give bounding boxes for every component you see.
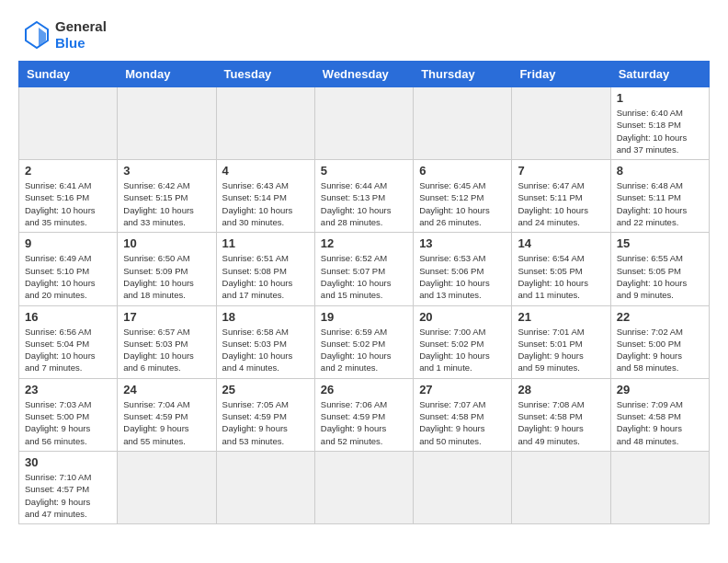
day-info: Sunrise: 6:58 AM Sunset: 5:03 PM Dayligh… <box>222 326 309 374</box>
calendar-cell: 6Sunrise: 6:45 AM Sunset: 5:12 PM Daylig… <box>414 160 512 233</box>
calendar-row: 23Sunrise: 7:03 AM Sunset: 5:00 PM Dayli… <box>19 378 710 451</box>
calendar-cell <box>414 451 512 523</box>
calendar-cell: 27Sunrise: 7:07 AM Sunset: 4:58 PM Dayli… <box>414 378 512 451</box>
day-info: Sunrise: 7:00 AM Sunset: 5:02 PM Dayligh… <box>419 326 506 374</box>
weekday-header-monday: Monday <box>118 62 216 87</box>
day-info: Sunrise: 6:51 AM Sunset: 5:08 PM Dayligh… <box>222 252 309 301</box>
day-number: 9 <box>25 236 111 250</box>
weekday-header-wednesday: Wednesday <box>314 62 413 87</box>
calendar-cell <box>512 451 610 523</box>
calendar-cell <box>118 451 216 523</box>
page-header: GeneralBlue <box>18 18 710 52</box>
calendar-cell <box>216 451 314 523</box>
day-number: 17 <box>123 310 210 324</box>
calendar-cell: 19Sunrise: 6:59 AM Sunset: 5:02 PM Dayli… <box>314 305 413 378</box>
day-number: 25 <box>222 383 309 396</box>
calendar-cell: 7Sunrise: 6:47 AM Sunset: 5:11 PM Daylig… <box>512 160 610 233</box>
logo-icon <box>18 18 51 52</box>
day-number: 10 <box>123 236 210 250</box>
calendar-cell: 25Sunrise: 7:05 AM Sunset: 4:59 PM Dayli… <box>216 378 314 451</box>
calendar-cell: 12Sunrise: 6:52 AM Sunset: 5:07 PM Dayli… <box>314 233 413 305</box>
weekday-header-friday: Friday <box>512 62 610 87</box>
day-number: 21 <box>518 310 604 324</box>
day-number: 16 <box>25 310 111 324</box>
day-number: 26 <box>321 383 407 396</box>
calendar-cell: 22Sunrise: 7:02 AM Sunset: 5:00 PM Dayli… <box>610 305 709 378</box>
day-number: 30 <box>25 455 111 469</box>
day-info: Sunrise: 6:42 AM Sunset: 5:15 PM Dayligh… <box>123 179 210 228</box>
day-number: 23 <box>25 383 111 396</box>
day-info: Sunrise: 6:43 AM Sunset: 5:14 PM Dayligh… <box>222 179 309 228</box>
day-info: Sunrise: 7:01 AM Sunset: 5:01 PM Dayligh… <box>518 326 604 374</box>
calendar-cell: 23Sunrise: 7:03 AM Sunset: 5:00 PM Dayli… <box>19 378 118 451</box>
calendar-row: 2Sunrise: 6:41 AM Sunset: 5:16 PM Daylig… <box>19 160 710 233</box>
day-info: Sunrise: 6:50 AM Sunset: 5:09 PM Dayligh… <box>123 252 210 301</box>
calendar-cell <box>314 451 413 523</box>
day-info: Sunrise: 6:53 AM Sunset: 5:06 PM Dayligh… <box>419 252 506 301</box>
day-number: 19 <box>321 310 407 324</box>
day-number: 20 <box>419 310 506 324</box>
calendar-cell: 11Sunrise: 6:51 AM Sunset: 5:08 PM Dayli… <box>216 233 314 305</box>
logo-text: GeneralBlue <box>55 18 107 52</box>
day-number: 27 <box>419 383 506 396</box>
weekday-header-tuesday: Tuesday <box>216 62 314 87</box>
day-number: 8 <box>617 164 703 178</box>
calendar-cell <box>314 87 413 160</box>
day-number: 15 <box>617 236 703 250</box>
day-number: 4 <box>222 164 309 178</box>
day-info: Sunrise: 7:10 AM Sunset: 4:57 PM Dayligh… <box>25 471 111 520</box>
logo-graphic: GeneralBlue <box>18 18 107 52</box>
logo: GeneralBlue <box>18 18 107 52</box>
day-info: Sunrise: 6:49 AM Sunset: 5:10 PM Dayligh… <box>25 252 111 301</box>
day-number: 13 <box>419 236 506 250</box>
calendar-cell: 10Sunrise: 6:50 AM Sunset: 5:09 PM Dayli… <box>118 233 216 305</box>
day-info: Sunrise: 7:06 AM Sunset: 4:59 PM Dayligh… <box>321 398 407 447</box>
weekday-header-saturday: Saturday <box>610 62 709 87</box>
day-number: 29 <box>617 383 703 396</box>
day-number: 24 <box>123 383 210 396</box>
calendar-cell <box>512 87 610 160</box>
calendar-cell: 8Sunrise: 6:48 AM Sunset: 5:11 PM Daylig… <box>610 160 709 233</box>
day-info: Sunrise: 6:52 AM Sunset: 5:07 PM Dayligh… <box>321 252 407 301</box>
day-info: Sunrise: 7:08 AM Sunset: 4:58 PM Dayligh… <box>518 398 604 447</box>
calendar-cell: 4Sunrise: 6:43 AM Sunset: 5:14 PM Daylig… <box>216 160 314 233</box>
weekday-header-row: SundayMondayTuesdayWednesdayThursdayFrid… <box>19 62 710 87</box>
day-info: Sunrise: 6:56 AM Sunset: 5:04 PM Dayligh… <box>25 326 111 374</box>
day-info: Sunrise: 6:57 AM Sunset: 5:03 PM Dayligh… <box>123 326 210 374</box>
day-info: Sunrise: 6:54 AM Sunset: 5:05 PM Dayligh… <box>518 252 604 301</box>
calendar-cell: 28Sunrise: 7:08 AM Sunset: 4:58 PM Dayli… <box>512 378 610 451</box>
day-info: Sunrise: 6:47 AM Sunset: 5:11 PM Dayligh… <box>518 179 604 228</box>
day-info: Sunrise: 6:55 AM Sunset: 5:05 PM Dayligh… <box>617 252 703 301</box>
calendar-cell: 3Sunrise: 6:42 AM Sunset: 5:15 PM Daylig… <box>118 160 216 233</box>
calendar-cell: 13Sunrise: 6:53 AM Sunset: 5:06 PM Dayli… <box>414 233 512 305</box>
day-info: Sunrise: 6:59 AM Sunset: 5:02 PM Dayligh… <box>321 326 407 374</box>
calendar-cell: 2Sunrise: 6:41 AM Sunset: 5:16 PM Daylig… <box>19 160 118 233</box>
day-number: 2 <box>25 164 111 178</box>
calendar-cell: 15Sunrise: 6:55 AM Sunset: 5:05 PM Dayli… <box>610 233 709 305</box>
day-info: Sunrise: 7:09 AM Sunset: 4:58 PM Dayligh… <box>617 398 703 447</box>
day-number: 7 <box>518 164 604 178</box>
day-number: 22 <box>617 310 703 324</box>
calendar-cell: 18Sunrise: 6:58 AM Sunset: 5:03 PM Dayli… <box>216 305 314 378</box>
calendar-cell <box>118 87 216 160</box>
calendar-cell: 26Sunrise: 7:06 AM Sunset: 4:59 PM Dayli… <box>314 378 413 451</box>
day-number: 5 <box>321 164 407 178</box>
day-info: Sunrise: 7:03 AM Sunset: 5:00 PM Dayligh… <box>25 398 111 447</box>
calendar-cell <box>414 87 512 160</box>
day-number: 6 <box>419 164 506 178</box>
day-number: 1 <box>617 91 703 105</box>
day-number: 3 <box>123 164 210 178</box>
weekday-header-thursday: Thursday <box>414 62 512 87</box>
calendar-cell: 30Sunrise: 7:10 AM Sunset: 4:57 PM Dayli… <box>19 451 118 523</box>
day-info: Sunrise: 7:02 AM Sunset: 5:00 PM Dayligh… <box>617 326 703 374</box>
day-number: 18 <box>222 310 309 324</box>
day-info: Sunrise: 6:48 AM Sunset: 5:11 PM Dayligh… <box>617 179 703 228</box>
calendar-cell: 1Sunrise: 6:40 AM Sunset: 5:18 PM Daylig… <box>610 87 709 160</box>
calendar-cell: 9Sunrise: 6:49 AM Sunset: 5:10 PM Daylig… <box>19 233 118 305</box>
calendar-cell: 17Sunrise: 6:57 AM Sunset: 5:03 PM Dayli… <box>118 305 216 378</box>
calendar-row: 30Sunrise: 7:10 AM Sunset: 4:57 PM Dayli… <box>19 451 710 523</box>
calendar-cell: 20Sunrise: 7:00 AM Sunset: 5:02 PM Dayli… <box>414 305 512 378</box>
day-info: Sunrise: 7:04 AM Sunset: 4:59 PM Dayligh… <box>123 398 210 447</box>
day-info: Sunrise: 6:44 AM Sunset: 5:13 PM Dayligh… <box>321 179 407 228</box>
calendar-cell: 24Sunrise: 7:04 AM Sunset: 4:59 PM Dayli… <box>118 378 216 451</box>
